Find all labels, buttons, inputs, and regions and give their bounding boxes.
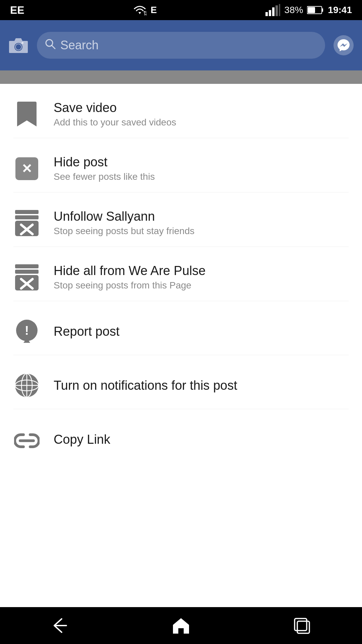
hide-all-subtitle: Stop seeing posts from this Page bbox=[54, 280, 205, 291]
signal-icon bbox=[265, 4, 280, 16]
hide-post-subtitle: See fewer posts like this bbox=[54, 171, 155, 182]
gray-divider bbox=[0, 70, 362, 84]
search-bar[interactable]: Search bbox=[37, 32, 325, 59]
messenger-icon bbox=[334, 35, 354, 55]
menu-item-hide-all[interactable]: Hide all from We Are Pulse Stop seeing p… bbox=[13, 247, 349, 301]
unfollow-text: Unfollow Sallyann Stop seeing posts but … bbox=[54, 209, 194, 236]
menu-item-copy-link[interactable]: Copy Link bbox=[13, 409, 349, 463]
messenger-button[interactable] bbox=[332, 34, 355, 57]
menu-item-report-post[interactable]: ! Report post bbox=[13, 301, 349, 355]
box-x-icon: ✕ bbox=[15, 157, 38, 180]
unfollow-title: Unfollow Sallyann bbox=[54, 209, 194, 224]
camera-button[interactable] bbox=[7, 34, 30, 57]
svg-rect-5 bbox=[279, 4, 280, 16]
notifications-icon bbox=[13, 372, 40, 399]
battery-icon bbox=[307, 6, 324, 14]
status-bar: EE ⇅ E 38% 19:41 bbox=[0, 0, 362, 20]
back-button[interactable] bbox=[47, 612, 74, 639]
svg-line-13 bbox=[52, 46, 55, 49]
camera-icon bbox=[8, 36, 28, 54]
notifications-title: Turn on notifications for this post bbox=[54, 378, 237, 393]
svg-rect-14 bbox=[15, 210, 39, 214]
network-type: E bbox=[150, 5, 157, 15]
report-post-text: Report post bbox=[54, 324, 119, 339]
hide-post-text: Hide post See fewer posts like this bbox=[54, 155, 155, 182]
report-post-title: Report post bbox=[54, 324, 119, 339]
svg-rect-33 bbox=[295, 619, 307, 631]
hide-all-title: Hide all from We Are Pulse bbox=[54, 264, 205, 278]
search-placeholder: Search bbox=[60, 38, 99, 52]
svg-rect-3 bbox=[272, 7, 275, 16]
svg-text:!: ! bbox=[25, 324, 29, 337]
status-right: 38% 19:41 bbox=[265, 4, 352, 16]
save-video-title: Save video bbox=[54, 101, 176, 115]
svg-rect-7 bbox=[322, 8, 323, 12]
save-video-icon bbox=[13, 101, 40, 128]
menu-item-hide-post[interactable]: ✕ Hide post See fewer posts like this bbox=[13, 138, 349, 193]
time-label: 19:41 bbox=[328, 5, 352, 15]
save-video-subtitle: Add this to your saved videos bbox=[54, 117, 176, 128]
svg-rect-19 bbox=[15, 264, 39, 268]
notifications-text: Turn on notifications for this post bbox=[54, 378, 237, 393]
copy-link-title: Copy Link bbox=[54, 432, 110, 447]
unfollow-icon bbox=[13, 210, 40, 236]
svg-rect-4 bbox=[276, 5, 278, 16]
hide-post-icon: ✕ bbox=[13, 155, 40, 182]
copy-link-text: Copy Link bbox=[54, 432, 110, 447]
recents-button[interactable] bbox=[288, 612, 315, 639]
svg-rect-8 bbox=[308, 7, 315, 13]
menu-item-save-video[interactable]: Save video Add this to your saved videos bbox=[13, 84, 349, 138]
svg-rect-15 bbox=[15, 215, 39, 219]
search-icon bbox=[45, 39, 56, 52]
svg-rect-2 bbox=[269, 10, 271, 16]
carrier-label: EE bbox=[10, 4, 24, 16]
svg-text:⇅: ⇅ bbox=[143, 10, 146, 15]
svg-point-11 bbox=[21, 42, 23, 44]
svg-rect-20 bbox=[15, 270, 39, 274]
hide-all-icon bbox=[13, 264, 40, 291]
save-video-text: Save video Add this to your saved videos bbox=[54, 101, 176, 128]
hide-all-text: Hide all from We Are Pulse Stop seeing p… bbox=[54, 264, 205, 291]
bottom-navigation bbox=[0, 607, 362, 644]
battery-level: 38% bbox=[284, 5, 303, 15]
menu-item-notifications[interactable]: Turn on notifications for this post bbox=[13, 355, 349, 409]
svg-rect-1 bbox=[265, 12, 268, 16]
unfollow-subtitle: Stop seeing posts but stay friends bbox=[54, 226, 194, 236]
hide-post-title: Hide post bbox=[54, 155, 155, 169]
header: Search bbox=[0, 20, 362, 70]
home-button[interactable] bbox=[168, 612, 194, 639]
menu-item-unfollow[interactable]: Unfollow Sallyann Stop seeing posts but … bbox=[13, 193, 349, 247]
wifi-icon: ⇅ bbox=[133, 5, 146, 15]
copy-link-icon bbox=[13, 426, 40, 453]
report-post-icon: ! bbox=[13, 318, 40, 345]
status-center-icons: ⇅ E bbox=[133, 5, 157, 15]
menu-list: Save video Add this to your saved videos… bbox=[0, 84, 362, 607]
svg-rect-34 bbox=[297, 621, 309, 633]
